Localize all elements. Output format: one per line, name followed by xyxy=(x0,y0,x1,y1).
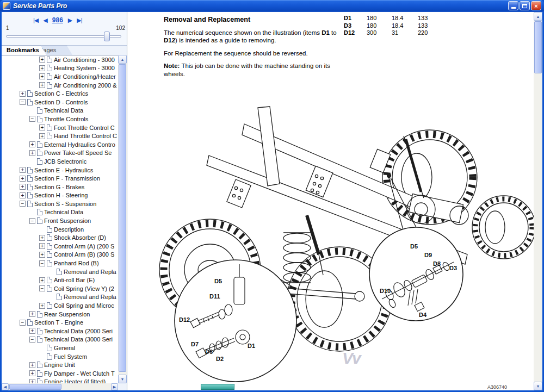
expand-toggle-icon[interactable]: + xyxy=(20,184,26,190)
tree-item[interactable]: + Air Conditioning/Heater xyxy=(2,72,118,81)
expand-toggle-icon[interactable]: − xyxy=(29,116,35,122)
scroll-right-button[interactable]: ▶ xyxy=(111,383,118,390)
scrollbar-thumb[interactable] xyxy=(9,384,61,390)
expand-toggle-icon[interactable]: − xyxy=(20,201,26,207)
expand-toggle-icon[interactable]: + xyxy=(20,167,26,173)
expand-toggle-icon[interactable]: + xyxy=(29,362,35,368)
tree-item[interactable]: + Section C - Electrics xyxy=(2,89,118,98)
expand-toggle-icon[interactable]: + xyxy=(39,82,45,88)
document-icon xyxy=(47,302,52,309)
tree-item[interactable]: + Power Take-off Speed Se xyxy=(2,149,118,158)
expand-toggle-icon[interactable]: + xyxy=(39,235,45,241)
minimize-button[interactable] xyxy=(508,1,518,10)
expand-toggle-icon[interactable]: + xyxy=(29,150,35,156)
tree-item[interactable]: + Fly Damper - Wet Clutch T xyxy=(2,369,118,378)
expand-toggle-icon[interactable]: + xyxy=(39,65,45,71)
tree-item[interactable]: − Panhard Rod (B) xyxy=(2,259,118,267)
expand-toggle-icon[interactable]: + xyxy=(20,192,26,198)
maximize-button[interactable] xyxy=(520,1,530,10)
tree-item[interactable]: + Foot Throttle Control C xyxy=(2,123,118,132)
scroll-left-button[interactable]: ◀ xyxy=(2,383,9,390)
tree-item[interactable]: + Engine Heater (if fitted) xyxy=(2,378,118,383)
tree-item-label: Fuel System xyxy=(54,353,87,360)
tree-item[interactable]: − Coil Spring (View Y) (2 xyxy=(2,284,118,293)
tree-item[interactable]: + Section G - Brakes xyxy=(2,183,118,191)
previous-page-button[interactable]: ◀ xyxy=(43,17,47,24)
tree-item-label: Heating System - 3000 xyxy=(54,65,115,71)
tree-item[interactable]: Removal and Repla xyxy=(2,267,118,276)
tree-item[interactable]: + Anti-roll Bar (E) xyxy=(2,276,118,284)
expand-toggle-icon[interactable]: + xyxy=(39,277,45,283)
tree-item[interactable]: + Control Arm (B) (300 S xyxy=(2,251,118,259)
expand-toggle-icon[interactable]: + xyxy=(39,57,45,63)
tree-item[interactable]: + Heating System - 3000 xyxy=(2,64,118,73)
expand-toggle-icon[interactable]: + xyxy=(39,133,45,139)
expand-toggle-icon[interactable]: − xyxy=(29,218,35,224)
tree-item[interactable]: + Air Conditioning 2000 & xyxy=(2,81,118,90)
expand-toggle-icon[interactable]: − xyxy=(29,337,35,343)
document-icon xyxy=(37,378,42,383)
tree-item[interactable]: + Hand Throttle Control C xyxy=(2,132,118,140)
tree-item[interactable]: + Engine Unit xyxy=(2,360,118,369)
expand-toggle-icon[interactable]: − xyxy=(39,285,45,291)
tree-item[interactable]: + Control Arm (A) (200 S xyxy=(2,242,118,251)
tree-horizontal-scrollbar[interactable]: ◀ ▶ xyxy=(2,383,118,390)
expand-toggle-icon[interactable]: + xyxy=(29,379,35,383)
tree-item[interactable]: − Technical Data (3000 Seri xyxy=(2,335,118,344)
last-page-button[interactable]: ▶| xyxy=(77,17,82,24)
panel-tabs: Pages Bookmarks xyxy=(2,46,127,55)
tree-item[interactable]: + Rear Suspension xyxy=(2,310,118,319)
next-page-button[interactable]: ▶ xyxy=(68,17,72,24)
tree-item[interactable]: + Air Conditioning - 3000 xyxy=(2,55,118,64)
tree-item[interactable]: − Throttle Controls xyxy=(2,115,118,123)
expand-toggle-icon[interactable]: + xyxy=(39,243,45,249)
tree-item[interactable]: + Section E - Hydraulics xyxy=(2,166,118,175)
expand-toggle-icon[interactable]: − xyxy=(20,320,26,326)
first-page-button[interactable]: |◀ xyxy=(33,17,38,24)
tree-item[interactable]: + Section H - Steering xyxy=(2,191,118,200)
watermark: Vv xyxy=(342,349,360,368)
tree-item-label: Shock Absorber (D) xyxy=(54,234,106,241)
scroll-up-button[interactable]: ▲ xyxy=(118,55,127,64)
tree-item[interactable]: − Section S - Suspension xyxy=(2,200,118,208)
tree-item[interactable]: + Section F - Transmission xyxy=(2,174,118,183)
scroll-down-button[interactable]: ▼ xyxy=(534,382,542,390)
expand-toggle-icon[interactable]: − xyxy=(39,260,45,266)
expand-toggle-icon[interactable]: + xyxy=(29,311,35,317)
tree-item[interactable]: + Technical Data (2000 Seri xyxy=(2,327,118,335)
tree-vertical-scrollbar[interactable]: ▲ ▼ xyxy=(118,55,127,383)
tree-item[interactable]: Technical Data xyxy=(2,107,118,115)
tree-item[interactable]: Technical Data xyxy=(2,208,118,217)
expand-toggle-icon[interactable]: + xyxy=(39,252,45,258)
tree-item[interactable]: + Shock Absorber (D) xyxy=(2,233,118,242)
tab-bookmarks[interactable]: Bookmarks xyxy=(2,46,46,55)
expand-toggle-icon[interactable]: + xyxy=(29,328,35,334)
expand-toggle-icon[interactable]: + xyxy=(39,303,45,309)
scrollbar-thumb[interactable] xyxy=(119,64,126,372)
expand-toggle-icon[interactable]: + xyxy=(20,91,26,97)
tree-item[interactable]: − Section T - Engine xyxy=(2,318,118,327)
tree-item[interactable]: Description xyxy=(2,225,118,234)
tree-item[interactable]: + Coil Spring and Microc xyxy=(2,301,118,310)
tree-item[interactable]: + External Hydraulics Contro xyxy=(2,140,118,149)
main-vertical-scrollbar[interactable]: ▲ ▼ xyxy=(534,12,542,390)
scroll-up-button[interactable]: ▲ xyxy=(534,12,542,21)
close-button[interactable]: × xyxy=(531,1,541,10)
tree-item[interactable]: Removal and Repla xyxy=(2,293,118,302)
expand-toggle-icon[interactable]: − xyxy=(20,99,26,105)
tree-item[interactable]: General xyxy=(2,344,118,352)
tree-item[interactable]: Fuel System xyxy=(2,352,118,361)
expand-toggle-icon[interactable]: + xyxy=(39,125,45,130)
tree-item[interactable]: JCB Selectronic xyxy=(2,157,118,166)
expand-toggle-icon[interactable]: + xyxy=(39,73,45,79)
expand-toggle-icon[interactable]: + xyxy=(29,370,35,376)
tree-item[interactable]: − Section D - Controls xyxy=(2,98,118,107)
callout-label: D9 xyxy=(424,252,432,258)
expand-toggle-icon[interactable]: + xyxy=(29,141,35,147)
scroll-down-button[interactable]: ▼ xyxy=(118,375,127,383)
page-slider-thumb[interactable] xyxy=(104,32,110,41)
page-number[interactable]: 986 xyxy=(52,16,63,24)
expand-toggle-icon[interactable]: + xyxy=(20,176,26,182)
scrollbar-thumb[interactable] xyxy=(534,21,542,73)
tree-item[interactable]: − Front Suspension xyxy=(2,216,118,225)
